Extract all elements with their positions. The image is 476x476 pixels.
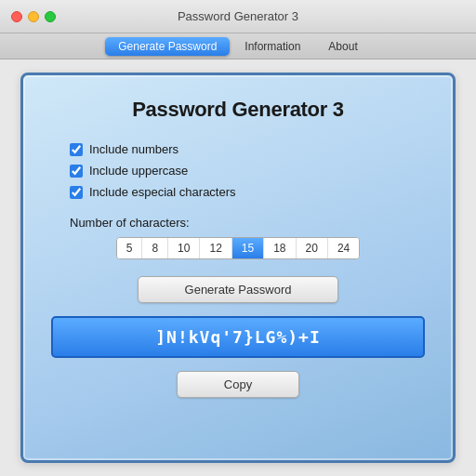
char-selector: 5 8 10 12 15 18 20 24: [116, 237, 361, 259]
tab-about[interactable]: About: [315, 37, 370, 56]
special-checkbox[interactable]: [70, 186, 83, 199]
window-title: Password Generator 3: [178, 9, 298, 23]
checkbox-group: Include numbers Include uppercase Includ…: [70, 142, 236, 199]
numbers-checkbox[interactable]: [70, 143, 83, 156]
checkbox-special[interactable]: Include especial characters: [70, 185, 236, 199]
char-option-8[interactable]: 8: [142, 238, 168, 258]
char-option-18[interactable]: 18: [264, 238, 296, 258]
tab-information[interactable]: Information: [231, 37, 313, 56]
checkbox-numbers[interactable]: Include numbers: [70, 142, 236, 156]
maximize-button[interactable]: [45, 11, 56, 22]
char-option-10[interactable]: 10: [168, 238, 200, 258]
app-title: Password Generator 3: [132, 98, 344, 122]
generate-password-button[interactable]: Generate Password: [138, 276, 339, 303]
tab-bar: Generate Password Information About: [0, 33, 476, 60]
main-window: Password Generator 3 Include numbers Inc…: [20, 73, 456, 463]
window-controls: [11, 11, 56, 22]
char-option-24[interactable]: 24: [328, 238, 359, 258]
char-option-20[interactable]: 20: [297, 238, 328, 258]
password-output: ]N!kVq'7}LG%)+I: [51, 316, 425, 358]
minimize-button[interactable]: [28, 11, 39, 22]
char-option-12[interactable]: 12: [200, 238, 231, 258]
uppercase-checkbox[interactable]: [70, 165, 83, 178]
char-option-5[interactable]: 5: [117, 238, 143, 258]
close-button[interactable]: [11, 11, 22, 22]
title-bar: Password Generator 3: [0, 0, 476, 33]
char-option-15[interactable]: 15: [232, 238, 264, 258]
chars-label: Number of characters:: [70, 216, 190, 230]
tab-generate[interactable]: Generate Password: [105, 37, 230, 56]
checkbox-uppercase[interactable]: Include uppercase: [70, 164, 236, 178]
copy-button[interactable]: Copy: [177, 371, 299, 398]
